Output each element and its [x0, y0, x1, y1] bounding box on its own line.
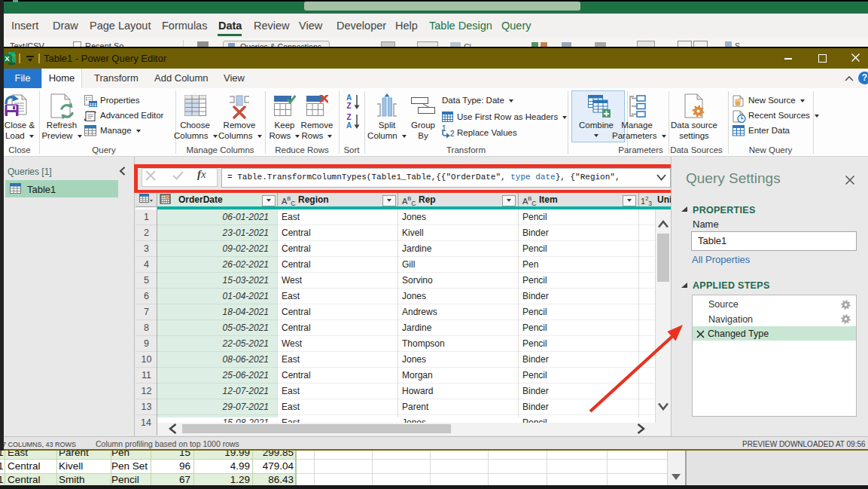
svg-text:X: X: [5, 54, 10, 63]
